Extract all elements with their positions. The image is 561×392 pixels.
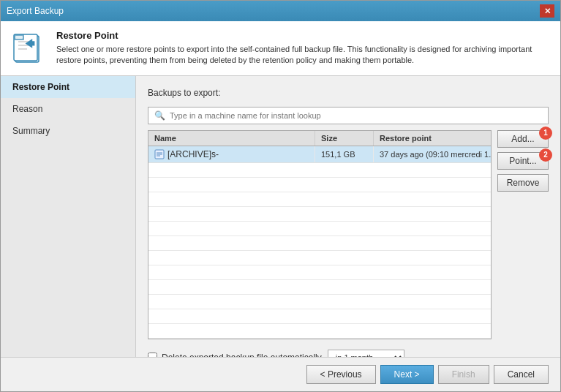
cell-name: [ARCHIVE]s- xyxy=(148,146,315,162)
search-box: 🔍 xyxy=(148,107,549,124)
empty-row xyxy=(148,178,491,192)
export-backup-window: Export Backup ✕ Restore Point Select one… xyxy=(0,0,561,392)
main-content: Backups to export: 🔍 Name Size Restore p… xyxy=(136,76,560,357)
sidebar-item-restore-point[interactable]: Restore Point xyxy=(1,76,135,98)
point-button[interactable]: Point... 2 xyxy=(497,152,549,170)
svg-rect-6 xyxy=(15,36,23,39)
empty-row xyxy=(148,163,491,178)
month-dropdown[interactable]: in 1 month in 2 months in 3 months in 6 … xyxy=(328,350,404,357)
close-button[interactable]: ✕ xyxy=(540,4,554,18)
next-button[interactable]: Next > xyxy=(380,365,434,384)
add-button[interactable]: Add... 1 xyxy=(497,130,549,148)
add-badge: 1 xyxy=(539,127,552,140)
sidebar-item-summary[interactable]: Summary xyxy=(1,120,135,142)
cancel-button[interactable]: Cancel xyxy=(494,365,549,384)
search-input[interactable] xyxy=(170,111,542,120)
action-buttons: Add... 1 Point... 2 Remove xyxy=(497,130,549,192)
empty-row xyxy=(148,251,491,265)
empty-row xyxy=(148,222,491,236)
file-icon xyxy=(154,149,165,159)
header-text: Restore Point Select one or more restore… xyxy=(56,30,549,67)
empty-row xyxy=(148,309,491,324)
header-title: Restore Point xyxy=(56,30,549,41)
col-name: Name xyxy=(148,131,315,146)
table-header: Name Size Restore point xyxy=(148,131,491,146)
title-bar: Export Backup ✕ xyxy=(1,1,560,21)
window-title: Export Backup xyxy=(7,6,64,16)
empty-row xyxy=(148,192,491,207)
empty-row xyxy=(148,280,491,295)
delete-options-row: Delete exported backup file automaticall… xyxy=(148,345,549,357)
header-icon xyxy=(12,30,48,65)
cell-restore-point: 37 days ago (09:10 mercredi 1... xyxy=(374,146,491,162)
empty-row xyxy=(148,295,491,309)
content-area: Restore Point Reason Summary Backups to … xyxy=(1,76,560,357)
col-restore-point: Restore point xyxy=(374,131,491,146)
empty-row xyxy=(148,265,491,280)
sidebar-item-reason[interactable]: Reason xyxy=(1,98,135,120)
cell-size: 151,1 GB xyxy=(315,146,374,162)
point-badge: 2 xyxy=(539,148,552,162)
header-description: Select one or more restore points to exp… xyxy=(56,44,549,67)
previous-button[interactable]: < Previous xyxy=(306,365,376,384)
table-actions-row: Name Size Restore point xyxy=(148,130,549,339)
backup-table: Name Size Restore point xyxy=(148,130,492,339)
sidebar: Restore Point Reason Summary xyxy=(1,76,136,357)
empty-row xyxy=(148,324,491,339)
footer: < Previous Next > Finish Cancel xyxy=(1,357,560,391)
empty-row xyxy=(148,236,491,251)
empty-row xyxy=(148,207,491,222)
remove-button[interactable]: Remove xyxy=(497,174,549,192)
search-icon: 🔍 xyxy=(154,110,165,121)
table-body: [ARCHIVE]s- 151,1 GB 37 days ago (09:10 … xyxy=(148,146,491,339)
finish-button: Finish xyxy=(438,365,489,384)
section-label: Backups to export: xyxy=(148,88,549,98)
header-section: Restore Point Select one or more restore… xyxy=(1,21,560,76)
col-size: Size xyxy=(315,131,374,146)
table-row[interactable]: [ARCHIVE]s- 151,1 GB 37 days ago (09:10 … xyxy=(148,146,491,163)
